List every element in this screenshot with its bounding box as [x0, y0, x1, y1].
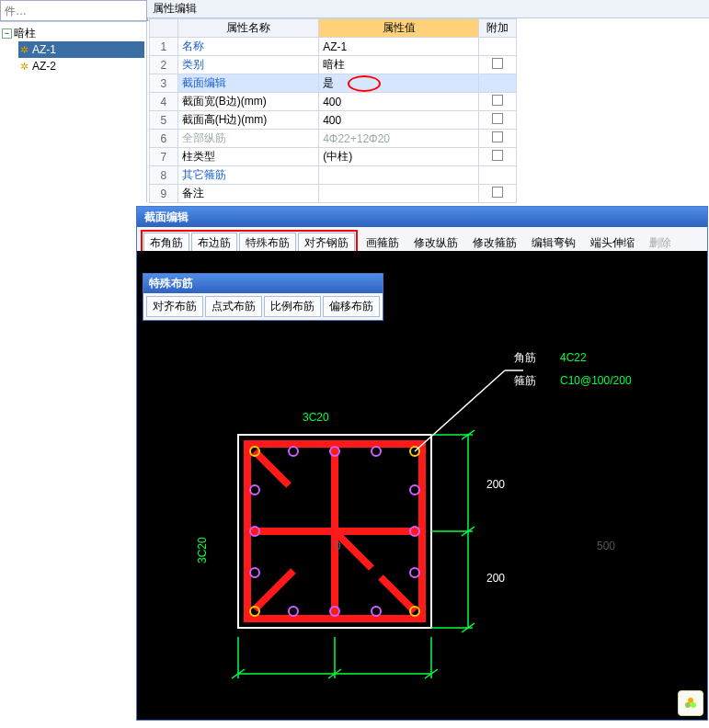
float-panel-button[interactable]: 偏移布筋 [323, 296, 380, 317]
collapse-icon[interactable]: − [2, 28, 12, 39]
row-index: 1 [150, 38, 178, 56]
svg-point-24 [410, 485, 419, 495]
row-index: 5 [150, 111, 178, 130]
float-panel-button[interactable]: 点式布筋 [205, 296, 262, 317]
prop-value[interactable]: (中柱) [319, 148, 479, 166]
property-row[interactable]: 3截面编辑是 [150, 74, 517, 93]
search-input[interactable] [0, 0, 147, 21]
svg-text:200: 200 [486, 478, 505, 491]
sidebar: − 暗柱 ✲AZ-1✲AZ-2 [0, 0, 147, 202]
svg-point-17 [372, 447, 381, 456]
editor-title: 截面编辑 [137, 207, 707, 227]
checkbox[interactable] [492, 131, 503, 142]
svg-point-20 [372, 607, 381, 616]
svg-point-55 [685, 702, 691, 708]
property-row[interactable]: 4截面宽(B边)(mm)400 [150, 93, 517, 111]
prop-extra [479, 74, 517, 93]
prop-value[interactable]: AZ-1 [319, 38, 479, 56]
property-table: 属性名称 属性值 附加 1名称AZ-12类别暗柱3截面编辑是4截面宽(B边)(m… [149, 18, 517, 203]
property-row[interactable]: 1名称AZ-1 [150, 38, 517, 56]
prop-value[interactable]: 暗柱 [319, 56, 479, 74]
svg-text:角筋: 角筋 [514, 351, 536, 364]
row-index: 6 [150, 130, 178, 148]
property-row[interactable]: 9备注 [150, 185, 517, 203]
col-extra: 附加 [479, 19, 517, 38]
property-row[interactable]: 6全部纵筋4Φ22+12Φ20 [150, 130, 517, 148]
svg-point-56 [691, 702, 696, 708]
special-rebar-panel: 特殊布筋 对齐布筋点式布筋比例布筋偏移布筋 [143, 273, 383, 321]
prop-extra [479, 93, 517, 111]
prop-value[interactable] [319, 185, 479, 203]
checkbox[interactable] [492, 58, 503, 69]
property-row[interactable]: 7柱类型(中柱) [150, 148, 517, 166]
svg-point-15 [289, 447, 298, 456]
property-panel-title: 属性编辑 [147, 0, 709, 18]
float-panel-button[interactable]: 比例布筋 [264, 296, 321, 317]
prop-name: 全部纵筋 [177, 130, 318, 148]
float-panel-button[interactable]: 对齐布筋 [146, 296, 203, 317]
checkbox[interactable] [492, 150, 503, 161]
prop-value[interactable]: 400 [319, 111, 479, 130]
prop-name: 截面编辑 [177, 74, 318, 93]
prop-name: 备注 [177, 185, 318, 203]
property-row[interactable]: 8其它箍筋 [150, 166, 517, 185]
row-index: 9 [150, 185, 178, 203]
tree-root-label: 暗柱 [14, 26, 36, 41]
checkbox[interactable] [492, 113, 503, 124]
tree-item-label: AZ-1 [32, 43, 56, 56]
svg-point-23 [250, 568, 259, 577]
row-index: 8 [150, 166, 178, 185]
svg-line-46 [415, 370, 505, 451]
prop-value[interactable]: 4Φ22+12Φ20 [319, 130, 479, 148]
prop-name: 其它箍筋 [177, 166, 318, 185]
prop-name: 截面高(H边)(mm) [177, 111, 318, 130]
row-index: 7 [150, 148, 178, 166]
svg-line-9 [337, 534, 372, 568]
gear-icon: ✲ [20, 61, 29, 73]
row-index: 2 [150, 56, 178, 74]
svg-text:0: 0 [335, 540, 341, 552]
prop-value[interactable] [319, 166, 479, 185]
gear-icon: ✲ [20, 44, 29, 56]
prop-value[interactable]: 400 [319, 93, 479, 111]
svg-text:500: 500 [597, 540, 615, 552]
prop-extra [479, 130, 517, 148]
svg-line-7 [255, 451, 289, 485]
tree-item[interactable]: ✲AZ-2 [18, 58, 144, 74]
row-index: 3 [150, 74, 178, 93]
col-name: 属性名称 [177, 19, 318, 38]
row-index: 4 [150, 93, 178, 111]
prop-extra [479, 111, 517, 130]
svg-text:200: 200 [486, 572, 505, 585]
special-rebar-title: 特殊布筋 [143, 274, 383, 293]
svg-text:箍筋: 箍筋 [514, 374, 536, 387]
prop-name: 柱类型 [177, 148, 318, 166]
svg-point-26 [410, 568, 419, 577]
corner-button[interactable] [678, 690, 703, 716]
svg-point-54 [688, 698, 693, 703]
prop-extra [479, 56, 517, 74]
prop-extra [479, 166, 517, 185]
col-value: 属性值 [319, 19, 479, 38]
tree-item[interactable]: ✲AZ-1 [18, 41, 144, 58]
prop-extra [479, 185, 517, 203]
checkbox[interactable] [492, 187, 503, 198]
prop-extra [479, 38, 517, 56]
property-row[interactable]: 2类别暗柱 [150, 56, 517, 74]
svg-text:3C20: 3C20 [303, 411, 329, 424]
canvas[interactable]: 200 200 3C20 3C20 角筋 4C22 箍筋 C10@100 [137, 251, 707, 720]
svg-line-10 [255, 571, 293, 609]
svg-point-21 [250, 485, 259, 495]
tree-parent[interactable]: − 暗柱 [2, 26, 144, 41]
svg-point-18 [289, 607, 298, 616]
checkbox[interactable] [492, 95, 503, 106]
prop-name: 类别 [177, 56, 318, 74]
flower-icon [683, 696, 698, 711]
prop-value[interactable]: 是 [319, 74, 479, 93]
svg-text:3C20: 3C20 [196, 537, 209, 563]
svg-text:C10@100/200: C10@100/200 [560, 374, 632, 387]
property-row[interactable]: 5截面高(H边)(mm)400 [150, 111, 517, 130]
tree-item-label: AZ-2 [32, 60, 56, 73]
prop-name: 名称 [177, 38, 318, 56]
svg-line-8 [381, 577, 415, 611]
